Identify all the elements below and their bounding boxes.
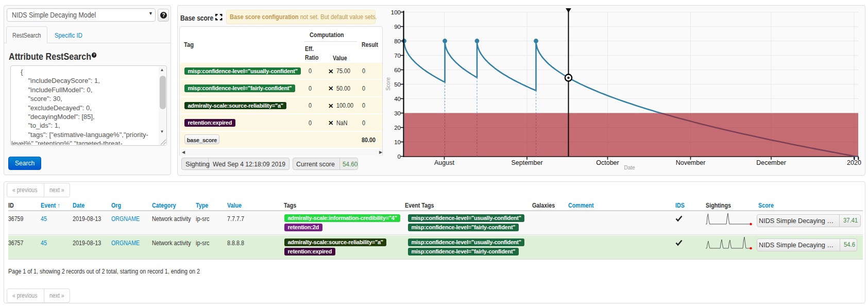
svg-text:30: 30 <box>394 110 401 116</box>
svg-text:September: September <box>511 159 542 166</box>
svg-text:0: 0 <box>398 154 401 160</box>
svg-text:Date: Date <box>624 165 635 170</box>
svg-text:2020: 2020 <box>847 159 861 166</box>
svg-text:20: 20 <box>394 125 401 131</box>
svg-text:10: 10 <box>394 139 401 145</box>
svg-text:October: October <box>596 159 619 166</box>
svg-text:50: 50 <box>394 81 401 88</box>
svg-text:70: 70 <box>394 53 401 59</box>
svg-text:August: August <box>434 159 454 166</box>
svg-text:90: 90 <box>394 24 401 30</box>
svg-text:December: December <box>756 159 786 166</box>
svg-text:Score: Score <box>385 77 391 91</box>
svg-text:80: 80 <box>394 38 401 44</box>
svg-text:60: 60 <box>394 67 401 73</box>
svg-text:100: 100 <box>391 9 401 15</box>
svg-text:November: November <box>676 159 706 166</box>
svg-text:40: 40 <box>394 96 401 102</box>
